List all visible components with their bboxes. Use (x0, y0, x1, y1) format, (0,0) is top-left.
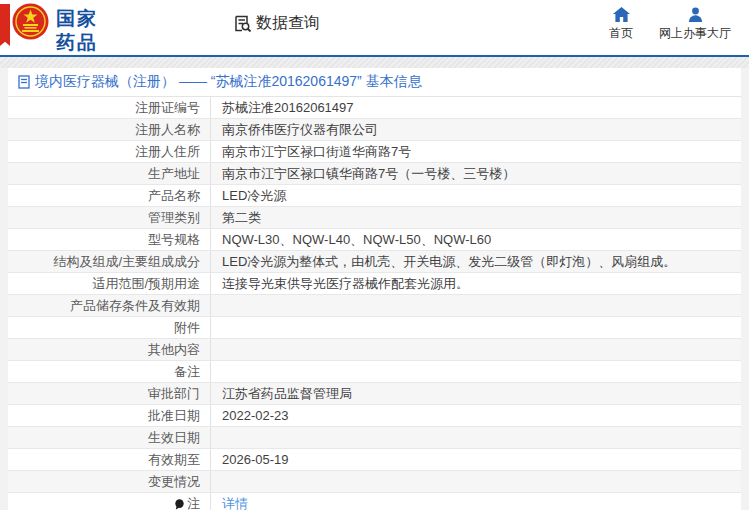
table-row: 注册人名称南京侨伟医疗仪器有限公司 (8, 119, 741, 141)
row-label-text: 适用范围/预期用途 (92, 276, 200, 292)
row-label: 审批部门 (8, 383, 210, 404)
person-icon (688, 7, 703, 22)
table-row: 生产地址南京市江宁区禄口镇华商路7号（一号楼、三号楼） (8, 163, 741, 185)
home-icon (613, 7, 630, 22)
row-label: 注册证编号 (8, 97, 210, 118)
row-label-text: 审批部门 (148, 386, 200, 402)
row-value: 南京市江宁区禄口镇华商路7号（一号楼、三号楼） (210, 163, 741, 184)
row-label-text: 产品名称 (148, 188, 200, 204)
row-label-text: 注 (187, 496, 200, 510)
row-value: 南京市江宁区禄口街道华商路7号 (210, 141, 741, 162)
row-label-text: 生产地址 (148, 166, 200, 182)
row-value (210, 427, 741, 448)
registration-info-table: 注册证编号苏械注准20162061497注册人名称南京侨伟医疗仪器有限公司注册人… (8, 96, 741, 510)
row-label: 备注 (8, 361, 210, 382)
row-value: 2026-05-19 (210, 449, 741, 470)
row-label-text: 注册人名称 (135, 122, 200, 138)
row-label: 型号规格 (8, 229, 210, 250)
table-row: 生效日期 (8, 427, 741, 449)
row-value: 详情 (210, 493, 741, 510)
data-query-nav[interactable]: 数据查询 (233, 13, 320, 34)
red-ribbon-decoration (0, 4, 10, 46)
table-row: 结构及组成/主要组成成分LED冷光源为整体式，由机壳、开关电源、发光二级管（即灯… (8, 251, 741, 273)
row-label-text: 生效日期 (148, 430, 200, 446)
row-label: 批准日期 (8, 405, 210, 426)
row-label: 有效期至 (8, 449, 210, 470)
row-value: 江苏省药品监督管理局 (210, 383, 741, 404)
nav-home[interactable]: 首页 (609, 7, 633, 42)
row-value (210, 295, 741, 316)
row-value: LED冷光源 (210, 185, 741, 206)
top-nav: 首页 网上办事大厅 (609, 7, 731, 42)
page-title: 境内医疗器械（注册） —— “苏械注准20162061497” 基本信息 (35, 73, 422, 91)
table-row: 适用范围/预期用途连接导光束供导光医疗器械作配套光源用。 (8, 273, 741, 295)
row-label-text: 结构及组成/主要组成成分 (53, 254, 200, 270)
table-row: 其他内容 (8, 339, 741, 361)
page-gray-strip (0, 57, 749, 68)
breadcrumb: 境内医疗器械（注册） —— “苏械注准20162061497” 基本信息 (8, 68, 741, 96)
row-value: 南京侨伟医疗仪器有限公司 (210, 119, 741, 140)
row-label: 注 (8, 493, 210, 510)
data-query-icon (233, 14, 252, 33)
row-value: 连接导光束供导光医疗器械作配套光源用。 (210, 273, 741, 294)
row-value (210, 317, 741, 338)
table-row: 型号规格NQW-L30、NQW-L40、NQW-L50、NQW-L60 (8, 229, 741, 251)
row-label: 生效日期 (8, 427, 210, 448)
row-label: 产品储存条件及有效期 (8, 295, 210, 316)
nav-service-hall-label: 网上办事大厅 (659, 25, 731, 42)
row-label: 产品名称 (8, 185, 210, 206)
row-label: 附件 (8, 317, 210, 338)
nav-service-hall[interactable]: 网上办事大厅 (659, 7, 731, 42)
table-row: 批准日期2022-02-23 (8, 405, 741, 427)
nav-home-label: 首页 (609, 25, 633, 42)
row-label: 结构及组成/主要组成成分 (8, 251, 210, 272)
row-label-text: 注册人住所 (135, 144, 200, 160)
row-label-text: 有效期至 (148, 452, 200, 468)
row-value (210, 361, 741, 382)
row-label: 生产地址 (8, 163, 210, 184)
row-value: 苏械注准20162061497 (210, 97, 741, 118)
row-value: LED冷光源为整体式，由机壳、开关电源、发光二级管（即灯泡）、风扇组成。 (210, 251, 741, 272)
row-value (210, 471, 741, 492)
row-label: 注册人名称 (8, 119, 210, 140)
data-query-label: 数据查询 (256, 13, 320, 34)
national-emblem-icon (12, 3, 49, 40)
row-label-text: 产品储存条件及有效期 (70, 298, 200, 314)
table-row: 注册证编号苏械注准20162061497 (8, 97, 741, 119)
row-label-text: 注册证编号 (135, 100, 200, 116)
document-icon (18, 75, 30, 89)
row-label-text: 备注 (174, 364, 200, 380)
site-header: 国家药品监督管理局 National Medical Products Admi… (0, 0, 749, 55)
table-row: 附件 (8, 317, 741, 339)
table-row: 注册人住所南京市江宁区禄口街道华商路7号 (8, 141, 741, 163)
row-label: 变更情况 (8, 471, 210, 492)
row-label-text: 批准日期 (148, 408, 200, 424)
table-row: 产品名称LED冷光源 (8, 185, 741, 207)
row-label: 其他内容 (8, 339, 210, 360)
row-label: 管理类别 (8, 207, 210, 228)
details-link[interactable]: 详情 (222, 496, 248, 510)
table-row: 注详情 (8, 493, 741, 510)
row-value: 2022-02-23 (210, 405, 741, 426)
row-label-text: 变更情况 (148, 474, 200, 490)
row-label-text: 其他内容 (148, 342, 200, 358)
note-icon (175, 499, 184, 510)
row-value (210, 339, 741, 360)
content-panel: 境内医疗器械（注册） —— “苏械注准20162061497” 基本信息 注册证… (8, 68, 741, 505)
row-label: 适用范围/预期用途 (8, 273, 210, 294)
table-row: 备注 (8, 361, 741, 383)
table-row: 有效期至2026-05-19 (8, 449, 741, 471)
table-row: 审批部门江苏省药品监督管理局 (8, 383, 741, 405)
table-row: 变更情况 (8, 471, 741, 493)
row-label-text: 型号规格 (148, 232, 200, 248)
table-row: 管理类别第二类 (8, 207, 741, 229)
row-value: 第二类 (210, 207, 741, 228)
row-label-text: 附件 (174, 320, 200, 336)
row-value: NQW-L30、NQW-L40、NQW-L50、NQW-L60 (210, 229, 741, 250)
row-label: 注册人住所 (8, 141, 210, 162)
row-label-text: 管理类别 (148, 210, 200, 226)
table-row: 产品储存条件及有效期 (8, 295, 741, 317)
